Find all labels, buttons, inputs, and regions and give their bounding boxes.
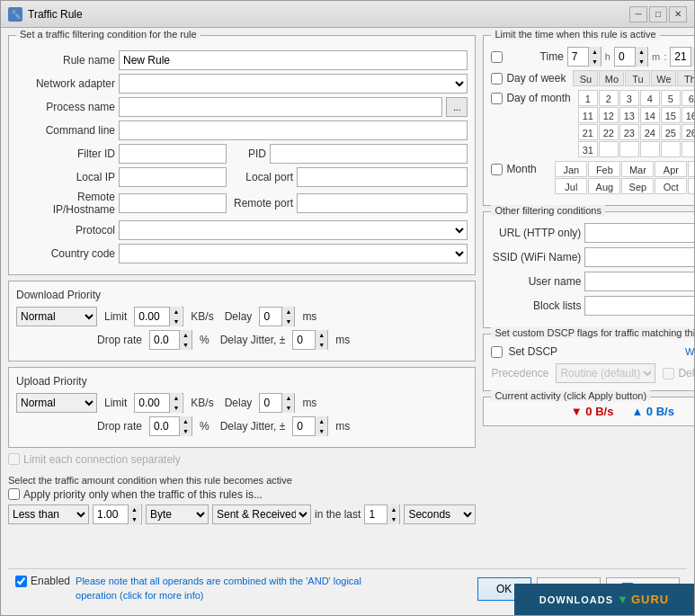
month-cell-apr[interactable]: Apr [655,161,687,177]
upload-drop-up[interactable]: ▲ [179,416,192,426]
apply-priority-checkbox[interactable] [8,488,20,500]
download-limit-input[interactable] [135,308,169,325]
upload-limit-down[interactable]: ▼ [169,403,182,413]
network-adapter-select[interactable] [119,74,468,94]
dom-cell-13[interactable]: 13 [619,107,639,123]
download-delay-down[interactable]: ▼ [281,317,294,326]
dom-cell-22[interactable]: 22 [599,124,619,140]
enabled-checkbox[interactable] [15,576,27,587]
delay-checkbox[interactable] [663,368,674,379]
count-input[interactable] [365,506,387,522]
local-ip-input[interactable] [119,167,227,187]
month-cell-mar[interactable]: Mar [621,161,654,177]
download-jitter-up[interactable]: ▲ [315,330,327,340]
time-h-input[interactable] [568,49,588,65]
download-jitter-down[interactable]: ▼ [315,340,327,350]
download-delay-input[interactable] [260,308,281,325]
download-normal-select[interactable]: Normal [16,307,97,326]
enabled-note[interactable]: Please note that all operands are combin… [76,575,363,603]
dom-cell-3[interactable]: 3 [619,90,639,106]
time-m-input[interactable] [615,49,635,65]
less-than-select[interactable]: Less than [8,504,89,524]
traffic-value-down[interactable]: ▼ [128,514,140,524]
maximize-button[interactable]: □ [649,6,667,22]
command-line-input[interactable] [119,121,468,140]
month-checkbox[interactable] [491,164,503,175]
blocklists-select[interactable] [584,296,694,316]
time-h-up[interactable]: ▲ [588,47,601,57]
traffic-value-up[interactable]: ▲ [128,504,140,514]
username-input[interactable] [584,272,694,291]
time-h-down[interactable]: ▼ [588,57,601,67]
dom-cell-24[interactable]: 24 [640,124,660,140]
time-m-up[interactable]: ▲ [635,47,647,57]
time-m2-down[interactable]: ▼ [691,57,694,67]
upload-normal-select[interactable]: Normal [16,393,97,413]
time-m2-up[interactable]: ▲ [691,47,694,57]
upload-limit-input[interactable] [135,395,169,411]
dom-checkbox[interactable] [491,93,503,104]
ssid-input[interactable] [584,247,694,267]
upload-delay-input[interactable] [260,395,281,411]
remote-port-input[interactable] [297,193,468,213]
dom-cell-15[interactable]: 15 [661,107,681,123]
limit-connection-checkbox[interactable] [8,453,20,465]
traffic-value-input[interactable] [94,506,128,522]
upload-jitter-down[interactable]: ▼ [315,426,327,436]
upload-delay-down[interactable]: ▼ [281,403,294,413]
dom-cell-14[interactable]: 14 [640,107,660,123]
month-cell-jul[interactable]: Jul [555,178,587,194]
download-drop-input[interactable] [150,332,179,348]
remote-ip-input[interactable] [119,193,227,213]
count-down[interactable]: ▼ [387,514,399,524]
rule-name-input[interactable] [119,50,468,70]
dom-cell-25[interactable]: 25 [661,124,681,140]
time-m-down[interactable]: ▼ [635,57,647,67]
dow-checkbox[interactable] [491,73,503,85]
time-checkbox[interactable] [491,51,503,63]
month-cell-nov[interactable]: Nov [688,178,694,194]
download-limit-up[interactable]: ▲ [169,307,182,317]
month-cell-aug[interactable]: Aug [588,178,620,194]
dom-cell-16[interactable]: 16 [682,107,694,123]
download-delay-up[interactable]: ▲ [281,307,294,317]
upload-drop-input[interactable] [150,418,179,434]
local-port-input[interactable] [297,167,468,187]
download-drop-up[interactable]: ▲ [179,330,192,340]
month-cell-jan[interactable]: Jan [555,161,587,177]
upload-drop-down[interactable]: ▼ [179,426,192,436]
dom-cell-11[interactable]: 11 [578,107,598,123]
close-button[interactable]: ✕ [669,6,687,22]
what-is-dscp-link[interactable]: What is DSCP? [685,346,694,357]
dscp-precedence-select[interactable]: Routine (default) [556,363,655,383]
set-dscp-checkbox[interactable] [491,346,503,358]
month-cell-may[interactable]: May [688,161,694,177]
dom-cell-5[interactable]: 5 [661,90,681,106]
month-cell-feb[interactable]: Feb [588,161,620,177]
process-name-input[interactable] [119,97,442,117]
upload-jitter-up[interactable]: ▲ [315,416,327,426]
browse-process-button[interactable]: ... [446,97,468,117]
seconds-select[interactable]: Seconds [404,504,476,524]
dom-cell-1[interactable]: 1 [578,90,598,106]
upload-delay-up[interactable]: ▲ [281,393,294,403]
upload-jitter-input[interactable] [293,418,315,434]
minimize-button[interactable]: ─ [629,6,647,22]
protocol-select[interactable] [119,220,468,240]
time-m2-input[interactable] [671,49,691,65]
month-cell-oct[interactable]: Oct [655,178,687,194]
dom-cell-26[interactable]: 26 [682,124,694,140]
dom-cell-2[interactable]: 2 [599,90,619,106]
count-up[interactable]: ▲ [387,504,399,514]
dom-cell-4[interactable]: 4 [640,90,660,106]
dom-cell-6[interactable]: 6 [682,90,694,106]
dom-cell-21[interactable]: 21 [578,124,598,140]
sent-received-select[interactable]: Sent & Received [212,504,311,524]
url-input[interactable] [584,223,694,243]
month-cell-sep[interactable]: Sep [621,178,654,194]
dom-cell-23[interactable]: 23 [619,124,639,140]
country-code-select[interactable] [119,244,468,263]
dom-cell-12[interactable]: 12 [599,107,619,123]
dom-cell-31[interactable]: 31 [578,141,598,157]
download-limit-down[interactable]: ▼ [169,317,182,326]
